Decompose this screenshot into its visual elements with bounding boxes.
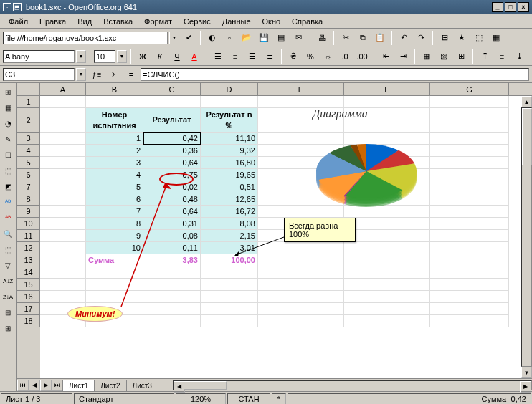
- menu-edit[interactable]: Правка: [34, 16, 72, 27]
- cell[interactable]: [258, 279, 344, 291]
- cell[interactable]: [40, 193, 86, 206]
- row-header[interactable]: 13: [17, 254, 40, 266]
- cell[interactable]: [86, 279, 143, 291]
- cell[interactable]: [430, 303, 509, 315]
- cell[interactable]: [344, 254, 430, 266]
- cell[interactable]: [344, 315, 430, 327]
- hscroll-thumb[interactable]: [184, 381, 227, 390]
- cell[interactable]: [344, 96, 430, 108]
- cell[interactable]: [430, 279, 509, 291]
- select-all-corner[interactable]: [17, 83, 40, 95]
- cell[interactable]: [143, 303, 201, 315]
- url-dropdown[interactable]: ▼: [169, 32, 179, 44]
- cell[interactable]: [344, 266, 430, 279]
- cell[interactable]: [40, 169, 86, 181]
- cell[interactable]: [258, 242, 344, 254]
- hyperlink-icon[interactable]: ⬚: [471, 30, 487, 46]
- cell[interactable]: 8,08: [201, 218, 258, 230]
- menu-data[interactable]: Данные: [217, 16, 257, 27]
- cell[interactable]: [430, 230, 509, 242]
- navigator-icon[interactable]: ⊞: [437, 30, 452, 46]
- sheet-tab-1[interactable]: Лист1: [62, 380, 95, 391]
- cell[interactable]: 8: [86, 218, 143, 230]
- cell[interactable]: [430, 108, 509, 133]
- cell[interactable]: 0,51: [201, 181, 258, 193]
- cell[interactable]: [344, 303, 430, 315]
- menu-format[interactable]: Формат: [138, 16, 178, 27]
- mail-icon[interactable]: ✉: [290, 30, 306, 46]
- row-header[interactable]: 2: [17, 108, 40, 133]
- sheet-tab-3[interactable]: Лист3: [126, 380, 158, 391]
- align-bot-icon[interactable]: ⤓: [511, 49, 527, 64]
- cell[interactable]: 3,83: [143, 254, 201, 266]
- row-header[interactable]: 8: [17, 193, 40, 206]
- font-name-field[interactable]: [3, 50, 75, 63]
- row-header[interactable]: 17: [17, 303, 40, 315]
- cell[interactable]: [258, 157, 344, 169]
- gallery-icon[interactable]: ★: [454, 30, 470, 46]
- cell-grid[interactable]: Диаграмма Всегда равна 100% Минимум! Ном…: [40, 96, 521, 378]
- cell[interactable]: [86, 266, 143, 279]
- cell[interactable]: [344, 230, 430, 242]
- cell[interactable]: [430, 315, 509, 327]
- cell[interactable]: [344, 291, 430, 303]
- cell[interactable]: 0,42: [143, 133, 201, 145]
- open-icon[interactable]: 📂: [239, 30, 255, 46]
- minimize-button[interactable]: _: [492, 2, 503, 12]
- minimum-note[interactable]: Минимум!: [67, 306, 123, 322]
- cell[interactable]: [344, 181, 430, 193]
- cell[interactable]: 0,08: [143, 230, 201, 242]
- cell[interactable]: [201, 96, 258, 108]
- cell[interactable]: [344, 133, 430, 145]
- cell[interactable]: [344, 218, 430, 230]
- tab-last-button[interactable]: ⏭: [52, 380, 63, 391]
- tab-first-button[interactable]: ⏮: [17, 380, 29, 391]
- cell[interactable]: [258, 291, 344, 303]
- cell[interactable]: [430, 242, 509, 254]
- form-icon[interactable]: ☐: [1, 148, 15, 162]
- cell[interactable]: [258, 254, 344, 266]
- cell[interactable]: [40, 230, 86, 242]
- scroll-up-button[interactable]: ▲: [521, 96, 532, 107]
- borders-icon[interactable]: ▦: [419, 49, 434, 64]
- cell[interactable]: [201, 315, 258, 327]
- stop-icon[interactable]: ◐: [204, 30, 220, 46]
- font-size-dropdown[interactable]: ▼: [117, 50, 127, 63]
- cell[interactable]: [430, 193, 509, 206]
- dedent-icon[interactable]: ⇤: [378, 49, 394, 64]
- cell[interactable]: [40, 157, 86, 169]
- cell[interactable]: 6: [86, 193, 143, 206]
- cell[interactable]: 16,72: [201, 206, 258, 218]
- underline-icon[interactable]: Ч: [169, 49, 185, 64]
- spreadsheet[interactable]: ABCDEFG 123456789101112131415161718 Диаг…: [17, 83, 532, 391]
- bold-icon[interactable]: Ж: [135, 49, 151, 64]
- row-header[interactable]: 10: [17, 218, 40, 230]
- cell[interactable]: [258, 169, 344, 181]
- cell[interactable]: 5: [86, 181, 143, 193]
- align-right-icon[interactable]: ☰: [244, 49, 260, 64]
- cell[interactable]: Результат в %: [201, 108, 258, 133]
- cell[interactable]: [86, 291, 143, 303]
- row-header[interactable]: 7: [17, 181, 40, 193]
- vertical-scrollbar[interactable]: ▲ ▼: [521, 96, 532, 378]
- autoformat-icon[interactable]: ⬚: [1, 163, 15, 178]
- cell[interactable]: 16,80: [201, 157, 258, 169]
- cell[interactable]: 100,00: [201, 254, 258, 266]
- hscroll-right-button[interactable]: ▶: [520, 381, 531, 393]
- bgcolor-icon[interactable]: ▨: [436, 49, 452, 64]
- indent-icon[interactable]: ⇥: [395, 49, 411, 64]
- spellcheck-icon[interactable]: ᴬᴮ: [1, 195, 15, 209]
- cell[interactable]: [430, 291, 509, 303]
- cell[interactable]: [430, 254, 509, 266]
- cell[interactable]: [258, 96, 344, 108]
- draw-icon[interactable]: ✎: [1, 132, 15, 146]
- cell[interactable]: [40, 145, 86, 157]
- cell[interactable]: 0,64: [143, 157, 201, 169]
- row-header[interactable]: 15: [17, 279, 40, 291]
- row-header[interactable]: 3: [17, 133, 40, 145]
- column-header[interactable]: B: [86, 83, 143, 95]
- horizontal-scrollbar[interactable]: ◀ ▶: [173, 380, 532, 390]
- column-header[interactable]: E: [258, 83, 344, 95]
- add-decimal-icon[interactable]: .0: [337, 49, 353, 64]
- cell[interactable]: [40, 279, 86, 291]
